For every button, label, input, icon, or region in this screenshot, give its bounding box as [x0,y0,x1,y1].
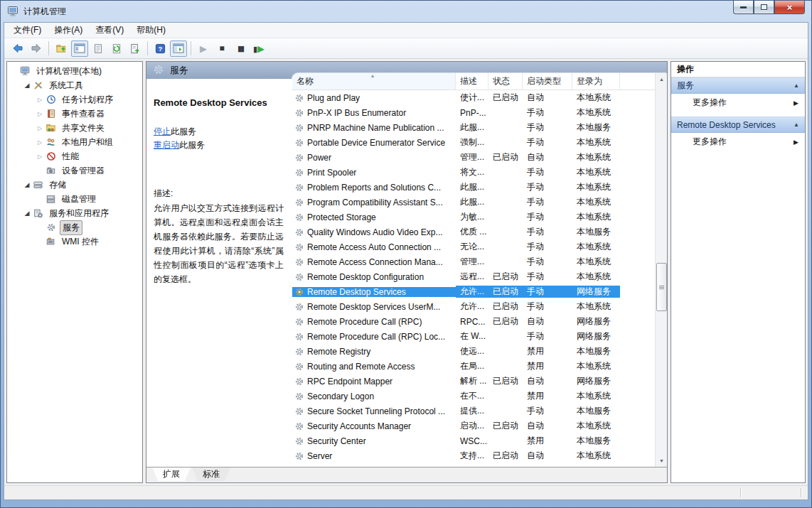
expand-arrow-icon[interactable]: ▷ [35,139,45,146]
vertical-scrollbar[interactable]: ▲ ▼ [655,73,667,467]
more-actions-item[interactable]: 更多操作▶ [671,94,805,112]
startup-type-cell: 手动 [523,166,572,178]
service-row[interactable]: Secure Socket Tunneling Protocol ...提供..… [292,404,655,418]
tree-item-event-viewer[interactable]: ▷事件查看器 [7,107,142,121]
stop-service-button[interactable]: ■ [213,40,230,57]
show-console-tree-button[interactable] [71,40,88,57]
refresh-button[interactable] [108,40,125,57]
service-row[interactable]: Remote Access Auto Connection ...无论...手动… [292,239,655,254]
tree-item-service-gear[interactable]: 服务 [7,220,142,234]
menu-item-0[interactable]: 文件(F) [7,22,48,38]
more-actions-item[interactable]: 更多操作▶ [671,133,805,151]
column-header-0[interactable]: 名称▲ [292,73,456,90]
show-action-pane-button[interactable] [170,40,187,57]
tree-item-performance[interactable]: ▷性能 [7,149,142,163]
column-header-1[interactable]: 描述 [456,73,488,90]
back-button[interactable] [9,40,26,57]
service-row[interactable]: Remote Registry使远...禁用本地服务 [292,344,655,359]
title-bar[interactable]: 计算机管理 × [1,1,811,22]
collapse-arrow-icon[interactable]: ◢ [22,181,32,188]
service-name-text: Server [307,451,332,461]
service-row[interactable]: Security Accounts Manager启动...已启动自动本地系统 [292,418,655,433]
tree-item-disk-management[interactable]: 磁盘管理 [7,192,142,206]
service-row[interactable]: Remote Procedure Call (RPC) Loc...在 W...… [292,329,655,344]
tree-item-device-manager[interactable]: 设备管理器 [7,163,142,178]
row-filler [620,314,655,329]
tree-item-tools[interactable]: ◢系统工具 [7,78,142,92]
restore-button[interactable] [754,1,774,14]
help-button[interactable]: ? [151,40,169,57]
tab-standard[interactable]: 标准 [192,468,230,481]
service-row[interactable]: Server支持...已启动自动本地系统 [292,448,655,463]
service-row[interactable]: Remote Desktop Services UserM...允许...已启动… [292,299,655,314]
service-row[interactable]: Remote Desktop Configuration远程...已启动手动本地… [292,269,655,284]
expand-arrow-icon[interactable]: ▷ [35,125,45,131]
service-row[interactable]: Remote Procedure Call (RPC)RPC...已启动自动网络… [292,314,655,329]
menu-item-1[interactable]: 操作(A) [48,22,89,38]
column-header-4[interactable]: 登录为 [572,73,620,90]
service-row[interactable]: Routing and Remote Access在局...禁用本地系统 [292,359,655,374]
column-header-3[interactable]: 启动类型 [523,73,572,90]
service-row[interactable]: Remote Access Connection Mana...管理...手动本… [292,254,655,269]
export-list-button[interactable] [127,40,144,57]
tree-item-services-apps[interactable]: ◢服务和应用程序 [7,206,142,220]
scrollbar-thumb[interactable] [656,263,667,311]
expand-arrow-icon[interactable]: ▷ [35,97,45,103]
forward-button[interactable] [28,40,45,57]
action-section-header-0[interactable]: 服务▲ [671,77,805,94]
expand-arrow-icon[interactable]: ▷ [35,111,45,117]
service-row[interactable]: PnP-X IP Bus EnumeratorPnP-...手动本地系统 [292,105,655,120]
service-row[interactable]: Protected Storage为敏...手动本地系统 [292,210,655,225]
tree-item-wmi[interactable]: WMI 控件 [7,234,142,249]
close-button[interactable]: × [774,1,805,14]
row-filler [620,374,655,389]
collapse-arrow-icon[interactable]: ◢ [22,210,32,217]
service-row[interactable]: Problem Reports and Solutions C...此服...手… [292,180,655,195]
service-row[interactable]: Quality Windows Audio Video Exp...优质 ...… [292,225,655,239]
properties-button[interactable] [90,40,107,57]
service-row[interactable]: Security CenterWSC...禁用本地服务 [292,433,655,448]
service-row[interactable]: PNRP Machine Name Publication ...此服...手动… [292,120,655,135]
service-row[interactable]: RPC Endpoint Mapper解析 ...已启动自动网络服务 [292,374,655,389]
action-section-header-1[interactable]: Remote Desktop Services▲ [671,117,805,133]
tree-item-storage[interactable]: ◢存储 [7,178,142,192]
service-row[interactable]: Print Spooler将文...手动本地系统 [292,165,655,180]
pause-service-button[interactable]: ▮▮ [232,40,249,57]
restart-service-button[interactable]: ▮▶ [250,40,267,57]
up-level-button[interactable] [53,40,70,57]
scroll-up-icon[interactable]: ▲ [656,73,667,85]
collapse-section-icon[interactable]: ▲ [794,82,799,89]
logon-as-cell: 网络服务 [572,330,620,342]
tab-extended[interactable]: 扩展 [152,468,191,481]
service-row[interactable]: Secondary Logon在不...禁用本地系统 [292,389,655,404]
service-row[interactable]: Remote Desktop Services允许...已启动手动网络服务 [292,284,655,299]
startup-type-cell: 自动 [523,450,572,462]
collapse-arrow-icon[interactable]: ◢ [22,82,32,89]
expand-arrow-icon[interactable]: ▷ [35,153,45,160]
scroll-down-icon[interactable]: ▼ [656,455,667,467]
restart-service-link[interactable]: 重启动 [154,140,179,150]
selected-service-name: Remote Desktop Services [154,97,284,108]
tree-item-users[interactable]: ▷本地用户和组 [7,135,142,149]
start-service-button[interactable]: ▶ [195,40,212,57]
tree-item-shared-folders[interactable]: ▷共享文件夹 [7,121,142,135]
service-gear-icon [295,213,304,222]
service-gear-icon [295,318,304,326]
minimize-button[interactable] [733,1,754,14]
service-gear-icon [295,243,304,252]
section-gap [671,112,805,117]
menu-item-2[interactable]: 查看(V) [89,22,130,38]
main-area: 计算机管理(本地)◢系统工具▷任务计划程序▷事件查看器▷共享文件夹▷本地用户和组… [4,59,808,485]
collapse-section-icon[interactable]: ▲ [794,121,799,128]
tree-item-computer[interactable]: 计算机管理(本地) [7,64,142,78]
service-name-cell: Power [292,153,456,163]
service-row[interactable]: Power管理...已启动自动本地系统 [292,150,655,165]
service-row[interactable]: Program Compatibility Assistant S...此服..… [292,195,655,210]
menu-item-3[interactable]: 帮助(H) [130,22,172,38]
tree-item-scheduler[interactable]: ▷任务计划程序 [7,92,142,107]
service-row[interactable]: Portable Device Enumerator Service强制...手… [292,135,655,150]
stop-service-link[interactable]: 停止 [154,126,171,136]
column-header-2[interactable]: 状态 [488,73,523,90]
service-row[interactable]: Plug and Play使计...已启动自动本地系统 [292,90,655,105]
startup-type-cell: 禁用 [523,435,572,447]
